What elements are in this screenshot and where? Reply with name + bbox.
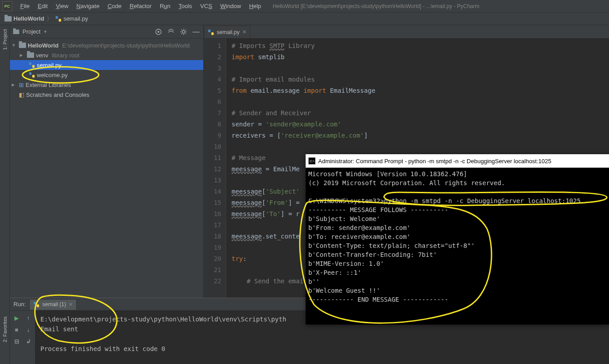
down-icon[interactable]: ↓ <box>24 325 33 334</box>
run-tab[interactable]: semail (1) ✕ <box>29 299 77 310</box>
tree-venv-hint: library root <box>52 52 79 59</box>
menu-run[interactable]: Run <box>156 1 174 11</box>
tree-file-welcome[interactable]: welcome.py <box>10 70 203 80</box>
wrap-icon[interactable]: ↲ <box>24 337 33 346</box>
left-tool-stripe: 1: Project 2: Favorites <box>0 25 10 364</box>
breadcrumb-file[interactable]: semail.py <box>63 15 88 22</box>
cmd-output[interactable]: Microsoft Windows [Version 10.0.18362.47… <box>306 168 609 306</box>
folder-icon <box>19 43 26 48</box>
close-icon[interactable]: ✕ <box>242 29 246 35</box>
cmd-titlebar[interactable]: C:\ Administrator: Command Prompt - pyth… <box>306 154 609 168</box>
chevron-down-icon: ▼ <box>12 43 17 48</box>
tree-external-libs[interactable]: ▶ ⊞ External Libraries <box>10 80 203 90</box>
editor-tabbar: semail.py ✕ <box>204 25 609 39</box>
tree-venv[interactable]: ▶ venv library root <box>10 50 203 60</box>
stop-icon[interactable]: ■ <box>12 325 21 334</box>
menu-refactor[interactable]: Refactor <box>126 1 155 11</box>
tree-root-path: E:\development\projects-study\python\Hel… <box>62 42 189 49</box>
tree-file-semail[interactable]: semail.py <box>10 60 203 70</box>
chevron-right-icon: 〉 <box>47 15 53 23</box>
menu-window[interactable]: Window <box>217 1 245 11</box>
pycharm-logo-icon: PC <box>2 1 12 11</box>
tree-scratches-label: Scratches and Consoles <box>26 91 89 98</box>
breadcrumb: HelloWorld 〉 semail.py <box>0 13 609 25</box>
project-panel-title[interactable]: Project <box>22 28 40 35</box>
svg-rect-10 <box>211 32 214 35</box>
menu-view[interactable]: View <box>52 1 72 11</box>
svg-rect-11 <box>34 302 36 304</box>
svg-rect-6 <box>32 65 35 68</box>
scratches-icon: ◧ <box>19 91 24 98</box>
svg-rect-8 <box>32 75 35 78</box>
editor-tab-semail[interactable]: semail.py ✕ <box>204 26 250 38</box>
tree-file-label: welcome.py <box>37 72 68 78</box>
window-title: HelloWorld [E:\development\projects-stud… <box>273 3 479 9</box>
tree-venv-label: venv <box>36 52 48 59</box>
menu-vcs[interactable]: VCS <box>197 1 216 11</box>
svg-rect-5 <box>29 62 31 65</box>
run-label: Run: <box>13 301 26 308</box>
breadcrumb-project[interactable]: HelloWorld <box>13 15 44 22</box>
menu-tools[interactable]: Tools <box>175 1 196 11</box>
folder-icon <box>27 52 34 58</box>
locate-icon[interactable] <box>154 27 163 36</box>
folder-icon <box>4 16 12 22</box>
svg-rect-0 <box>56 16 58 18</box>
project-panel-header: Project ▼ — <box>10 25 203 39</box>
menu-code[interactable]: Code <box>104 1 125 11</box>
python-file-icon <box>33 301 39 308</box>
python-file-icon <box>208 29 214 35</box>
tree-extlib-label: External Libraries <box>26 82 71 88</box>
tree-scratches[interactable]: ◧ Scratches and Consoles <box>10 90 203 100</box>
python-file-icon <box>29 62 35 68</box>
python-file-icon <box>55 16 61 22</box>
tree-file-label: semail.py <box>37 62 61 69</box>
tree-root-label: HelloWorld <box>28 42 58 49</box>
run-toolbar: ▶ ↑ ■ ↓ ⊟ ↲ <box>10 311 35 364</box>
gear-icon[interactable] <box>179 27 188 36</box>
tab-label: semail.py <box>217 29 240 35</box>
layout-icon[interactable]: ⊟ <box>12 337 21 346</box>
up-icon[interactable]: ↑ <box>24 313 33 322</box>
tool-tab-project[interactable]: 1: Project <box>1 25 9 54</box>
folder-icon <box>13 29 19 34</box>
menu-file[interactable]: File <box>17 1 33 11</box>
svg-point-3 <box>158 31 159 33</box>
menubar: PC File Edit View Navigate Code Refactor… <box>0 0 609 13</box>
menu-edit[interactable]: Edit <box>34 1 51 11</box>
run-tab-label: semail (1) <box>42 301 66 308</box>
svg-rect-9 <box>208 29 210 32</box>
menu-navigate[interactable]: Navigate <box>73 1 103 11</box>
collapse-all-icon[interactable] <box>166 27 175 36</box>
cmd-title-text: Administrator: Command Prompt - python -… <box>318 158 552 165</box>
close-icon[interactable]: ✕ <box>69 302 73 308</box>
svg-rect-7 <box>29 72 31 75</box>
menu-help[interactable]: Help <box>245 1 265 11</box>
chevron-right-icon: ▶ <box>12 82 17 87</box>
svg-rect-12 <box>37 304 39 307</box>
python-file-icon <box>29 72 35 78</box>
libraries-icon: ⊞ <box>19 82 24 88</box>
dropdown-icon[interactable]: ▼ <box>43 30 47 34</box>
tree-root[interactable]: ▼ HelloWorld E:\development\projects-stu… <box>10 40 203 50</box>
hide-icon[interactable]: — <box>192 27 201 36</box>
svg-rect-1 <box>59 19 61 22</box>
rerun-icon[interactable]: ▶ <box>12 313 21 322</box>
cmd-icon: C:\ <box>308 157 315 165</box>
chevron-right-icon: ▶ <box>20 53 25 57</box>
tool-tab-favorites[interactable]: 2: Favorites <box>1 312 9 346</box>
svg-point-4 <box>182 30 185 33</box>
command-prompt-window[interactable]: C:\ Administrator: Command Prompt - pyth… <box>306 154 609 325</box>
